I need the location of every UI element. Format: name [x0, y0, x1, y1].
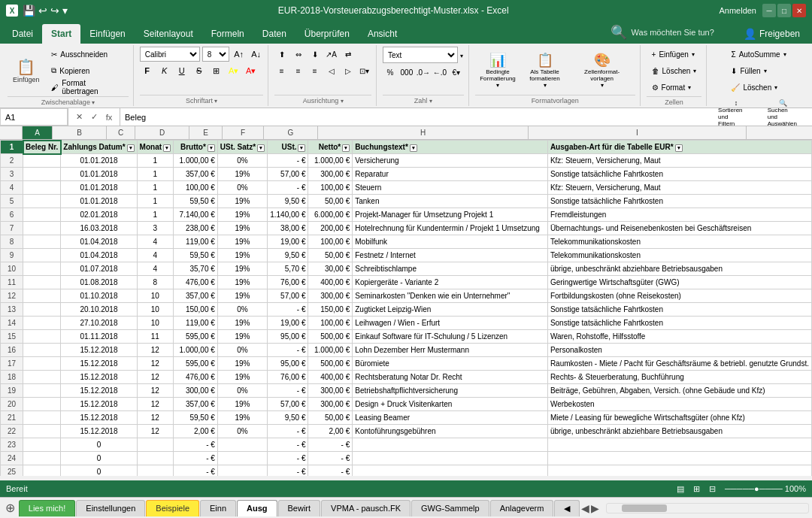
- table-cell[interactable]: 50,00 €: [308, 195, 353, 208]
- table-cell[interactable]: 0%: [217, 344, 267, 357]
- align-middle-btn[interactable]: ⇔: [291, 47, 306, 62]
- table-cell[interactable]: 57,00 €: [268, 398, 308, 411]
- table-cell[interactable]: 0%: [217, 181, 267, 195]
- table-cell[interactable]: 27.10.2018: [61, 317, 137, 330]
- table-cell[interactable]: 59,50 €: [174, 411, 218, 425]
- table-cell[interactable]: 150,00 €: [308, 303, 353, 317]
- filter-arrow-icon[interactable]: ▾: [342, 144, 350, 152]
- table-cell[interactable]: 01.04.2018: [61, 249, 137, 262]
- table-cell[interactable]: 9,50 €: [268, 411, 308, 425]
- increase-decimal-btn[interactable]: .0→: [416, 65, 431, 80]
- align-top-btn[interactable]: ⬆: [274, 47, 289, 62]
- table-cell[interactable]: [23, 168, 61, 181]
- table-cell[interactable]: Kopiergeräte - Variante 2: [353, 276, 548, 289]
- table-cell[interactable]: 19%: [217, 195, 267, 208]
- bedingte-formatierung-btn[interactable]: 📊 BedingteFormatierung ▾: [475, 50, 521, 89]
- scroll-right-btn[interactable]: ▶: [591, 502, 599, 514]
- table-cell[interactable]: - €: [268, 452, 308, 465]
- table-cell[interactable]: 57,00 €: [268, 289, 308, 303]
- table-cell[interactable]: 15.12.2018: [61, 344, 137, 357]
- table-cell[interactable]: 500,00 €: [308, 330, 353, 344]
- row-number-cell[interactable]: 23: [1, 438, 23, 452]
- table-cell[interactable]: 12: [137, 411, 173, 425]
- tab-vpma[interactable]: VPMA - pausch.FK: [321, 500, 411, 516]
- table-cell[interactable]: 15.12.2018: [61, 384, 137, 398]
- table-cell[interactable]: [23, 384, 61, 398]
- table-cell[interactable]: 19%: [217, 371, 267, 384]
- table-cell[interactable]: [23, 371, 61, 384]
- row-number-cell[interactable]: 5: [1, 195, 23, 208]
- table-cell[interactable]: 2,00 €: [174, 425, 218, 438]
- table-cell[interactable]: [547, 438, 811, 452]
- table-cell[interactable]: [23, 181, 61, 195]
- table-cell[interactable]: [137, 438, 173, 452]
- table-cell[interactable]: 95,00 €: [268, 330, 308, 344]
- table-cell[interactable]: [137, 452, 173, 465]
- table-cell[interactable]: 9,50 €: [268, 195, 308, 208]
- autosum-btn[interactable]: ΣAutoSumme ▾: [726, 47, 791, 62]
- table-cell[interactable]: 4: [137, 249, 173, 262]
- table-cell[interactable]: Steuern: [353, 181, 548, 195]
- tab-bewirt[interactable]: Bewirt: [278, 500, 321, 516]
- table-cell[interactable]: [23, 398, 61, 411]
- tab-daten[interactable]: Daten: [253, 24, 295, 44]
- italic-btn[interactable]: K: [157, 63, 172, 78]
- table-cell[interactable]: 476,00 €: [174, 371, 218, 384]
- kopieren-btn[interactable]: ⧉Kopieren: [46, 63, 129, 78]
- table-cell[interactable]: - €: [268, 384, 308, 398]
- table-cell[interactable]: 01.01.2018: [61, 168, 137, 181]
- filter-arrow-icon[interactable]: ▾: [257, 144, 265, 152]
- table-cell[interactable]: [23, 344, 61, 357]
- table-cell[interactable]: - €: [268, 181, 308, 195]
- ausschneiden-btn[interactable]: ✂Ausschneiden: [46, 47, 129, 62]
- table-cell[interactable]: 19%: [217, 398, 267, 411]
- col-header-c[interactable]: C: [107, 126, 135, 139]
- table-cell[interactable]: - €: [268, 154, 308, 168]
- table-cell[interactable]: 01.08.2018: [61, 276, 137, 289]
- row-number-cell[interactable]: 19: [1, 384, 23, 398]
- table-cell[interactable]: [23, 235, 61, 249]
- table-cell[interactable]: 12: [137, 425, 173, 438]
- table-cell[interactable]: 300,00 €: [308, 384, 353, 398]
- einfuegen-btn[interactable]: 📋 Einfügen: [8, 51, 44, 90]
- table-cell[interactable]: [23, 303, 61, 317]
- table-cell[interactable]: Sonstige tatsächliche Fahrtkos­ten: [547, 303, 811, 317]
- table-cell[interactable]: Rechtsberatung Notar Dr. Recht: [353, 371, 548, 384]
- table-cell[interactable]: Übernachtungs- und Reisenebenkosten bei …: [547, 222, 811, 235]
- col-header-f[interactable]: F: [223, 126, 264, 139]
- table-cell[interactable]: Zahlungs Datum*▾: [61, 141, 137, 154]
- table-cell[interactable]: [217, 465, 267, 477]
- table-cell[interactable]: 1: [137, 195, 173, 208]
- font-size-select[interactable]: 8: [202, 47, 229, 62]
- table-cell[interactable]: 595,00 €: [174, 357, 218, 371]
- table-cell[interactable]: Einkauf Software für IT-Schulung / 5 Liz…: [353, 330, 548, 344]
- freigeben-btn[interactable]: 👤Freigeben: [735, 24, 809, 44]
- table-cell[interactable]: übrige, unbeschränkt abziehbare Betriebs…: [547, 425, 811, 438]
- table-cell[interactable]: 400,00 €: [308, 276, 353, 289]
- tab-start[interactable]: Start: [42, 24, 80, 44]
- align-left-btn[interactable]: ≡: [274, 63, 289, 78]
- table-cell[interactable]: 10: [137, 317, 173, 330]
- table-cell[interactable]: 16.03.2018: [61, 222, 137, 235]
- table-cell[interactable]: 7.140,00 €: [174, 208, 218, 222]
- confirm-formula-icon[interactable]: ✓: [88, 111, 100, 123]
- table-cell[interactable]: 10: [137, 289, 173, 303]
- table-cell[interactable]: Zugticket Leipzig-Wien: [353, 303, 548, 317]
- col-header-i[interactable]: I: [529, 126, 747, 139]
- table-cell[interactable]: 30,00 €: [308, 262, 353, 276]
- table-cell[interactable]: 100,00 €: [308, 181, 353, 195]
- table-cell[interactable]: Seminarkosten "Denken wie ein Unternehme…: [353, 289, 548, 303]
- merge-center-btn[interactable]: ⊡▾: [357, 63, 372, 78]
- table-cell[interactable]: Kfz: Steuern, Versicherung, Maut: [547, 181, 811, 195]
- table-cell[interactable]: 35,70 €: [174, 262, 218, 276]
- row-number-cell[interactable]: 9: [1, 249, 23, 262]
- table-cell[interactable]: 12: [137, 384, 173, 398]
- table-cell[interactable]: 20.10.2018: [61, 303, 137, 317]
- page-break-btn[interactable]: ⊟: [709, 484, 716, 494]
- table-cell[interactable]: 357,00 €: [174, 398, 218, 411]
- table-cell[interactable]: 0%: [217, 425, 267, 438]
- table-cell[interactable]: Miete / Leasing für bewegliche Wirtschaf…: [547, 411, 811, 425]
- table-cell[interactable]: Werbekosten: [547, 398, 811, 411]
- currency-btn[interactable]: €▾: [449, 65, 464, 80]
- col-header-h[interactable]: H: [318, 126, 529, 139]
